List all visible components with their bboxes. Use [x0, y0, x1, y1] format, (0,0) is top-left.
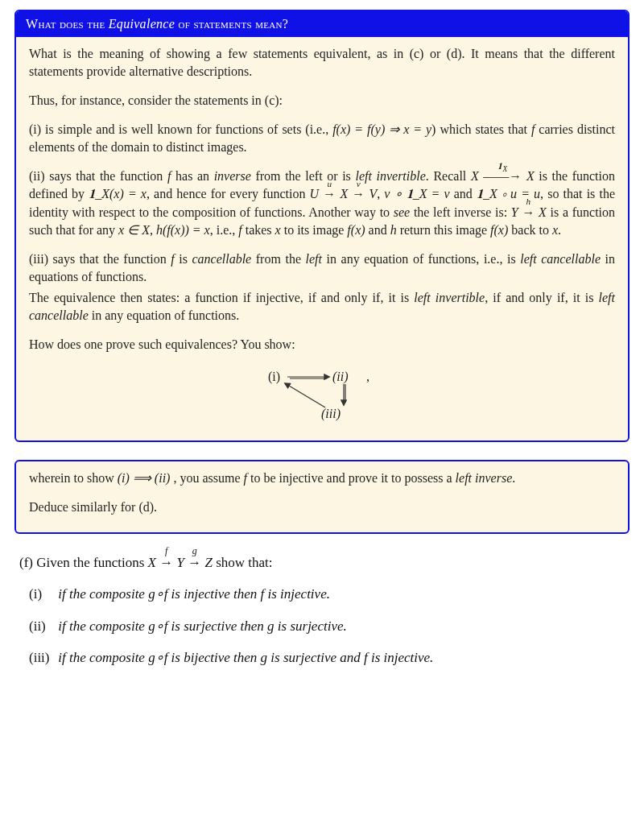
- diag-ii: (ii): [332, 370, 349, 384]
- equivalence-box: What does the Equivalence of statements …: [14, 10, 630, 442]
- arrow-g: g→: [188, 552, 201, 573]
- box2-p2: Deduce similarly for (d).: [29, 498, 615, 516]
- arrow-iii-i: [285, 383, 325, 407]
- para-consider: Thus, for instance, consider the stateme…: [29, 92, 615, 110]
- para-intro: What is the meaning of showing a few sta…: [29, 45, 615, 81]
- title-post: of statements mean?: [175, 17, 288, 31]
- diag-iii: (iii): [321, 407, 341, 421]
- implication-diagram: (i) (ii) , (iii): [29, 365, 615, 428]
- box-body: What is the meaning of showing a few sta…: [16, 37, 628, 440]
- exercise-f: (f) Given the functions X f→ Y g→ Z show…: [14, 552, 630, 668]
- title-em: Equivalence: [109, 17, 175, 31]
- f-i: (i) if the composite g∘f is injective th…: [29, 583, 625, 605]
- f-ii: (ii) if the composite g∘f is surjective …: [29, 615, 625, 637]
- arrow-f: f→: [159, 552, 173, 573]
- arrow-u: u→: [323, 185, 336, 203]
- box2-p1: wherein to show (i) ⟹ (ii) , you assume …: [29, 469, 615, 487]
- title-pre: What does the: [26, 17, 109, 31]
- arrow-h: h→: [522, 204, 535, 221]
- diag-i: (i): [268, 370, 280, 384]
- diag-comma: ,: [366, 370, 369, 383]
- box-title: What does the Equivalence of statements …: [16, 11, 628, 37]
- para-ii: (ii) says that the function f has an inv…: [29, 167, 615, 238]
- arrow-v: v→: [352, 185, 365, 203]
- para-i: (i) is simple and is well known for func…: [29, 121, 615, 156]
- para-how: How does one prove such equivalences? Yo…: [29, 336, 615, 354]
- para-equiv: The equivalence then states: a function …: [29, 289, 615, 325]
- wherein-box: wherein to show (i) ⟹ (ii) , you assume …: [14, 460, 630, 534]
- para-iii: (iii) says that the function f is cancel…: [29, 250, 615, 286]
- f-iii: (iii) if the composite g∘f is bijective …: [29, 647, 625, 668]
- arrow-1x: 𝟏X——→: [483, 167, 522, 185]
- box2-body: wherein to show (i) ⟹ (ii) , you assume …: [16, 461, 628, 532]
- f-lead: (f) Given the functions X f→ Y g→ Z show…: [19, 552, 625, 573]
